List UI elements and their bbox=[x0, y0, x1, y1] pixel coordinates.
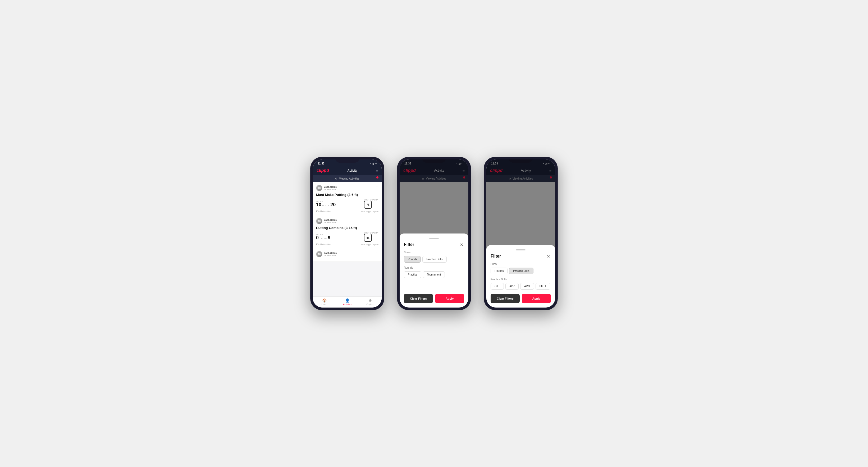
activity-card-2: JC Josh Coles 28 Feb 2023 ··· Putting Co… bbox=[313, 215, 382, 248]
shot-quality-badge-1: 75 bbox=[364, 201, 372, 209]
bottom-nav-1: 🏠 Home 👤 Activities ⊕ Capture bbox=[313, 297, 382, 308]
out-of-2: OUT OF bbox=[320, 238, 327, 240]
practice-drills-label-3: Practice Drills bbox=[491, 278, 551, 281]
activities-icon-1: 👤 bbox=[345, 298, 350, 303]
clear-filters-button-3[interactable]: Clear Filters bbox=[491, 294, 520, 303]
show-label-3: Show bbox=[491, 262, 551, 266]
phone-1: 11:33 ▲ ))) 31 clippd Activity ≡ ⚙ Viewi… bbox=[310, 157, 384, 310]
activity-card-3: JC Josh Coles 28 Feb 2023 ··· bbox=[313, 248, 382, 262]
activities-label-1: Activities bbox=[343, 303, 351, 305]
out-of-1: OUT OF bbox=[322, 205, 329, 207]
rounds-chips-2: Practice Tournament bbox=[404, 271, 464, 278]
chip-rounds-2[interactable]: Rounds bbox=[404, 256, 421, 262]
shots-value-2: 9 bbox=[328, 235, 330, 240]
filter-sheet-2: Filter ✕ Show Rounds Practice Drills Rou… bbox=[400, 234, 468, 308]
capture-label-1: Capture bbox=[366, 303, 374, 305]
user-info-2: JC Josh Coles 28 Feb 2023 bbox=[316, 218, 337, 224]
activity-title-2: Putting Combine (3-15 ft) bbox=[316, 226, 378, 230]
chip-practice-drills-3[interactable]: Practice Drills bbox=[509, 268, 533, 274]
activity-card-1: JC Josh Coles 28 Feb 2023 ··· Must Make … bbox=[313, 182, 382, 215]
close-button-3[interactable]: ✕ bbox=[546, 254, 551, 259]
rounds-label-2: Rounds bbox=[404, 266, 464, 269]
phone-3: 11:33 ▲ ))) 31 clippd Activity ≡ ⚙ Viewi… bbox=[484, 157, 558, 310]
filter-actions-2: Clear Filters Apply bbox=[404, 294, 464, 303]
viewing-bar-1[interactable]: ⚙ Viewing Activities bbox=[313, 175, 382, 182]
nav-capture-1[interactable]: ⊕ Capture bbox=[359, 298, 382, 305]
filter-sheet-3: Filter ✕ Show Rounds Practice Drills Pra… bbox=[486, 245, 555, 308]
status-icons-1: ▲ ))) 31 bbox=[369, 162, 377, 165]
chip-practice-drills-2[interactable]: Practice Drills bbox=[422, 256, 446, 262]
score-value-2: 0 bbox=[316, 235, 319, 240]
activity-list-1: JC Josh Coles 28 Feb 2023 ··· Must Make … bbox=[313, 182, 382, 297]
user-date-2: 28 Feb 2023 bbox=[324, 221, 337, 224]
avatar-1: JC bbox=[316, 185, 322, 191]
capture-icon-1: ⊕ bbox=[369, 298, 372, 303]
chip-rounds-3[interactable]: Rounds bbox=[491, 268, 507, 274]
chip-ott-3[interactable]: OTT bbox=[491, 283, 504, 289]
shot-quality-label-1: Shot Quality bbox=[364, 199, 378, 201]
phone-2: 11:33 ▲ ))) 31 clippd Activity ≡ ⚙ Viewi… bbox=[397, 157, 471, 310]
header-title-1: Activity bbox=[347, 169, 357, 173]
notch-1 bbox=[335, 157, 359, 163]
avatar-3: JC bbox=[316, 251, 322, 257]
practice-chips-3: OTT APP ARG PUTT bbox=[491, 283, 551, 289]
screen-2: 11:33 ▲ ))) 31 clippd Activity ≡ ⚙ Viewi… bbox=[400, 159, 468, 308]
logo-1: clippd bbox=[317, 168, 329, 173]
filter-title-2: Filter bbox=[404, 242, 414, 247]
activity-title-1: Must Make Putting (3-6 ft) bbox=[316, 193, 378, 197]
filter-overlay-2: Filter ✕ Show Rounds Practice Drills Rou… bbox=[400, 159, 468, 308]
sheet-handle-3 bbox=[516, 249, 526, 250]
user-name-2: Josh Coles bbox=[324, 219, 337, 221]
chip-putt-3[interactable]: PUTT bbox=[535, 283, 550, 289]
score-value-1: 10 bbox=[316, 202, 321, 207]
nav-activities-1[interactable]: 👤 Activities bbox=[336, 298, 359, 305]
user-date-1: 28 Feb 2023 bbox=[324, 188, 337, 191]
chip-app-3[interactable]: APP bbox=[505, 283, 519, 289]
home-icon-1: 🏠 bbox=[322, 298, 327, 303]
filter-title-3: Filter bbox=[491, 254, 501, 259]
chip-tournament-2[interactable]: Tournament bbox=[423, 271, 445, 278]
app-header-1: clippd Activity ≡ bbox=[313, 166, 382, 175]
test-info-2: ℹ Test Information bbox=[316, 243, 331, 245]
data-source-2: Data: Clippd Capture bbox=[361, 244, 378, 245]
clear-filters-button-2[interactable]: Clear Filters bbox=[404, 294, 433, 303]
shots-value-1: 20 bbox=[330, 202, 336, 207]
user-name-1: Josh Coles bbox=[324, 186, 337, 188]
user-info-3: JC Josh Coles 28 Feb 2023 bbox=[316, 251, 337, 257]
filter-overlay-3: Filter ✕ Show Rounds Practice Drills Pra… bbox=[486, 159, 555, 308]
nav-home-1[interactable]: 🏠 Home bbox=[313, 298, 336, 305]
chip-practice-2[interactable]: Practice bbox=[404, 271, 421, 278]
close-button-2[interactable]: ✕ bbox=[459, 242, 464, 247]
viewing-bar-text-1: Viewing Activities bbox=[339, 177, 360, 180]
screen-3: 11:33 ▲ ))) 31 clippd Activity ≡ ⚙ Viewi… bbox=[486, 159, 555, 308]
screen-1: 11:33 ▲ ))) 31 clippd Activity ≡ ⚙ Viewi… bbox=[313, 159, 382, 308]
notification-dot-1 bbox=[376, 176, 378, 179]
more-options-1[interactable]: ··· bbox=[376, 185, 378, 189]
user-date-3: 28 Feb 2023 bbox=[324, 254, 337, 257]
user-info-1: JC Josh Coles 28 Feb 2023 bbox=[316, 185, 337, 191]
show-label-2: Show bbox=[404, 251, 464, 254]
filter-settings-icon-1: ⚙ bbox=[335, 177, 338, 180]
more-options-2[interactable]: ··· bbox=[376, 218, 378, 222]
shot-quality-label-2: Shot Quality bbox=[364, 232, 378, 234]
home-label-1: Home bbox=[321, 303, 327, 305]
scene: 11:33 ▲ ))) 31 clippd Activity ≡ ⚙ Viewi… bbox=[300, 141, 568, 326]
data-source-1: Data: Clippd Capture bbox=[361, 211, 378, 212]
shot-quality-badge-2: 45 bbox=[364, 234, 372, 242]
chip-arg-3[interactable]: ARG bbox=[520, 283, 534, 289]
test-info-1: ℹ Test Information bbox=[316, 210, 331, 212]
status-time-1: 11:33 bbox=[318, 162, 324, 165]
avatar-2: JC bbox=[316, 218, 322, 224]
apply-button-2[interactable]: Apply bbox=[435, 294, 464, 303]
filter-actions-3: Clear Filters Apply bbox=[491, 294, 551, 303]
apply-button-3[interactable]: Apply bbox=[522, 294, 551, 303]
sheet-handle-2 bbox=[429, 238, 439, 239]
show-chips-3: Rounds Practice Drills bbox=[491, 268, 551, 274]
more-options-3[interactable]: ··· bbox=[376, 251, 378, 255]
show-chips-2: Rounds Practice Drills bbox=[404, 256, 464, 262]
menu-icon-1[interactable]: ≡ bbox=[376, 168, 378, 173]
user-name-3: Josh Coles bbox=[324, 252, 337, 254]
